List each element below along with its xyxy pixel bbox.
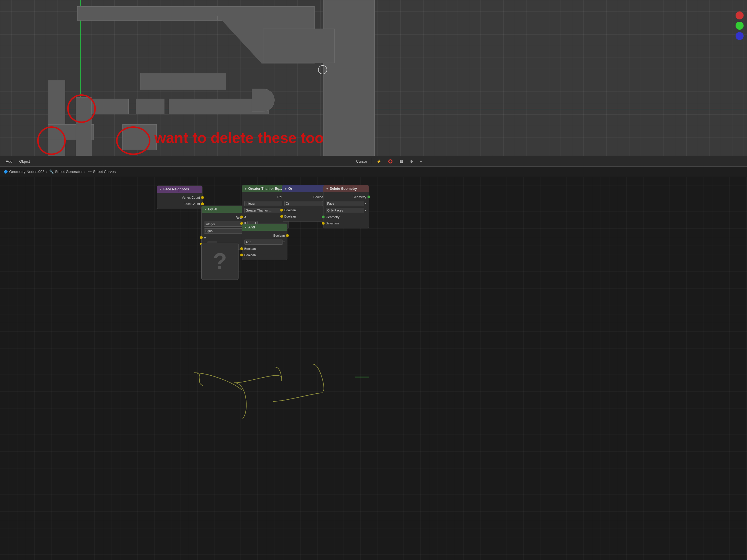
geo-shape bbox=[92, 99, 129, 114]
node-and-header: ▼ And bbox=[242, 224, 287, 231]
node-delete-header: ▼ Delete Geometry bbox=[324, 185, 369, 192]
node-editor-grid bbox=[0, 177, 747, 560]
viewport-cursor bbox=[318, 65, 327, 74]
delete-geometry-in-label: Geometry bbox=[326, 215, 339, 219]
node-equal-header: ▼ Equal bbox=[202, 206, 247, 213]
breadcrumb-item-3[interactable]: 〰 Street Curves bbox=[87, 169, 115, 174]
node-equal-type-row[interactable]: IntegerFloat ▾ bbox=[202, 221, 247, 228]
viewport-toolbar: Add Object Cursor ⚡ ⭕ ▦ ⊙ ⌁ Op bbox=[0, 156, 747, 167]
viewport-3d[interactable]: want to delete these too bbox=[0, 0, 747, 163]
breadcrumb-item-2[interactable]: 🔧 Street Generator bbox=[49, 169, 83, 174]
breadcrumb-sep-2: › bbox=[84, 169, 85, 174]
or-b1-socket bbox=[280, 209, 283, 212]
node-or[interactable]: ▼ Or Boolean OrAnd ▾ Boolean Boolean bbox=[282, 185, 328, 221]
geo-shape bbox=[140, 73, 226, 90]
node-greater-title: Greater Than or Eq... bbox=[248, 187, 282, 191]
add-menu-button[interactable]: Add bbox=[3, 159, 15, 164]
node-or-header: ▼ Or bbox=[282, 185, 327, 192]
geo-shape bbox=[136, 99, 164, 114]
delete-geometry-out-label: Geometry bbox=[353, 195, 366, 199]
transform-button[interactable]: ⌁ bbox=[417, 159, 424, 164]
node-equal-result-row: Result bbox=[202, 214, 247, 221]
node-equal-op-row[interactable]: EqualNot Equal ▾ bbox=[202, 228, 247, 234]
street-generator-icon: 🔧 bbox=[49, 169, 54, 174]
or-b2-label: Boolean bbox=[284, 215, 296, 218]
geo-shape bbox=[263, 29, 335, 63]
annotation-text: want to delete these too bbox=[154, 129, 324, 146]
breadcrumb-label-1: Geometry Nodes.003 bbox=[9, 169, 45, 174]
node-delete-selection-row: Selection bbox=[324, 220, 369, 226]
face-count-label: Face Count bbox=[184, 202, 200, 206]
equal-type-select[interactable]: IntegerFloat bbox=[204, 221, 242, 227]
and-boolean-out-socket bbox=[286, 234, 289, 237]
grid-button[interactable]: ▦ bbox=[397, 159, 405, 164]
node-and-op-row[interactable]: AndOr ▾ bbox=[242, 239, 287, 245]
node-delete-title: Delete Geometry bbox=[330, 187, 357, 191]
or-op-select[interactable]: OrAnd bbox=[284, 201, 323, 206]
node-or-op-row[interactable]: OrAnd ▾ bbox=[282, 200, 327, 207]
node-and-b2-row: Boolean bbox=[242, 252, 287, 258]
greater-type-select[interactable]: IntegerFloat bbox=[244, 201, 284, 206]
breadcrumb-item-1[interactable]: 🔷 Geometry Nodes.003 bbox=[3, 169, 45, 174]
delete-geometry-out-socket bbox=[367, 195, 370, 198]
geo-shape bbox=[77, 6, 217, 21]
greater-a-label: A bbox=[244, 215, 246, 219]
proportional-button[interactable]: ⭕ bbox=[386, 159, 395, 164]
node-equal-a-row: A bbox=[202, 234, 247, 241]
delete-selection-label: Selection bbox=[326, 221, 339, 225]
equal-a-label: A bbox=[204, 236, 206, 239]
or-b2-socket bbox=[280, 215, 283, 218]
node-question-mark[interactable]: ? bbox=[201, 243, 238, 280]
equal-op-select[interactable]: EqualNot Equal bbox=[204, 229, 242, 234]
annotation-circle-2 bbox=[37, 126, 66, 155]
node-delete-mode-row[interactable]: Only FacesAll ▾ bbox=[324, 207, 369, 214]
node-and[interactable]: ▼ And Boolean AndOr ▾ Boolean Boolean bbox=[242, 223, 287, 260]
equal-a-socket bbox=[200, 236, 203, 239]
delete-selection-socket bbox=[322, 222, 325, 225]
node-face-neighbors-body: Vertex Count Face Count bbox=[157, 193, 202, 209]
annotation-circle-1 bbox=[67, 94, 96, 123]
and-op-select[interactable]: AndOr bbox=[244, 240, 283, 245]
node-equal-title: Equal bbox=[208, 207, 217, 211]
geometry-nodes-icon: 🔷 bbox=[3, 169, 8, 174]
face-count-socket bbox=[201, 203, 204, 205]
annotation-circle-3 bbox=[116, 126, 150, 155]
object-menu-button[interactable]: Object bbox=[17, 159, 32, 164]
node-row-face-count: Face Count bbox=[157, 201, 202, 207]
and-b2-socket bbox=[240, 254, 243, 257]
node-or-title: Or bbox=[288, 187, 292, 191]
question-mark-symbol: ? bbox=[213, 248, 227, 274]
node-delete-geometry[interactable]: ▼ Delete Geometry Geometry FacePointEdge… bbox=[323, 185, 369, 229]
or-b1-label: Boolean bbox=[284, 208, 296, 212]
breadcrumb-sep-1: › bbox=[46, 169, 48, 174]
node-and-b1-row: Boolean bbox=[242, 245, 287, 252]
node-delete-domain-row[interactable]: FacePointEdge ▾ bbox=[324, 200, 369, 207]
node-delete-geometry-in-row: Geometry bbox=[324, 214, 369, 220]
node-face-neighbors-title: Face Neighbors bbox=[163, 187, 189, 191]
greater-a-socket bbox=[240, 216, 243, 218]
node-delete-geometry-out-row: Geometry bbox=[324, 194, 369, 200]
delete-domain-select[interactable]: FacePointEdge bbox=[326, 201, 364, 206]
node-and-title: And bbox=[248, 225, 255, 229]
and-b1-label: Boolean bbox=[244, 247, 256, 250]
node-row-vertex-count: Vertex Count bbox=[157, 194, 202, 201]
dot-indicator-blue bbox=[736, 32, 744, 40]
dot-indicator-red bbox=[736, 11, 744, 20]
node-face-neighbors[interactable]: ▼ Face Neighbors Vertex Count Face Count bbox=[157, 186, 203, 209]
node-editor[interactable]: ▼ Face Neighbors Vertex Count Face Count… bbox=[0, 177, 747, 560]
delete-geometry-in-socket bbox=[322, 216, 325, 218]
geo-shape bbox=[252, 89, 275, 111]
dot-indicator-green bbox=[736, 22, 744, 30]
node-or-body: Boolean OrAnd ▾ Boolean Boolean bbox=[282, 192, 327, 221]
snap-button[interactable]: ⚡ bbox=[375, 159, 384, 164]
node-face-neighbors-header: ▼ Face Neighbors bbox=[157, 186, 202, 193]
geo-shape bbox=[323, 0, 375, 160]
node-or-b1-row: Boolean bbox=[282, 207, 327, 213]
node-or-boolean-out-row: Boolean bbox=[282, 194, 327, 200]
delete-mode-select[interactable]: Only FacesAll bbox=[326, 208, 364, 213]
breadcrumb-label-3: Street Curves bbox=[93, 169, 115, 174]
cursor-button[interactable]: Cursor bbox=[354, 159, 369, 164]
pivot-button[interactable]: ⊙ bbox=[408, 159, 415, 164]
street-curves-icon: 〰 bbox=[87, 169, 92, 174]
greater-op-select[interactable]: Greater Than or ... bbox=[244, 208, 284, 213]
